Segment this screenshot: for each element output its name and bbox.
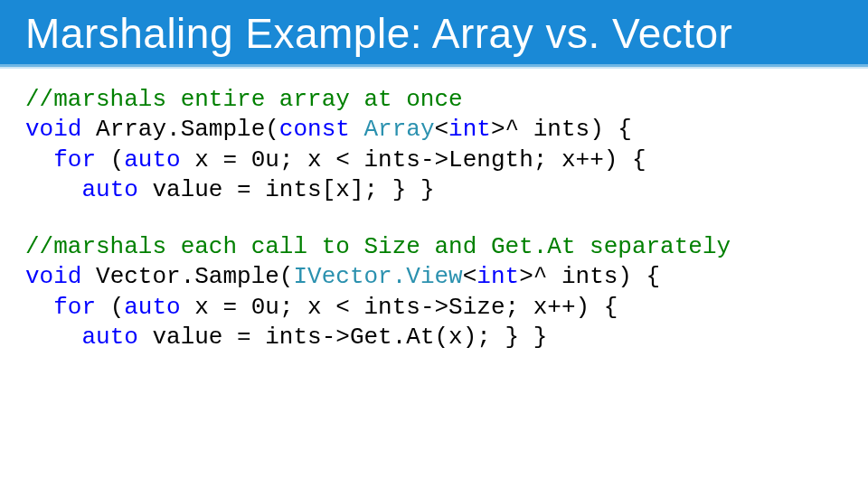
code-keyword: auto [124,146,180,174]
code-text: < [435,116,449,143]
code-text [350,116,364,143]
slide-root: Marshaling Example: Array vs. Vector //m… [0,0,868,488]
code-text: Vector.Sample( [81,263,293,290]
code-block-vector: //marshals each call to Size and Get.At … [25,232,843,352]
code-keyword: for [53,146,96,174]
code-comment: //marshals each call to Size and Get.At … [25,233,731,260]
title-bar: Marshaling Example: Array vs. Vector [0,0,868,69]
code-keyword: void [25,116,81,143]
code-keyword: auto [124,294,180,321]
code-block-array: //marshals entire array at once void Arr… [25,85,843,205]
code-type: Array [363,116,434,143]
code-keyword: auto [81,324,137,351]
code-keyword: int [476,263,519,290]
code-indent [25,294,53,321]
code-text: x = 0u; x < ints->Length; x++) { [181,146,646,174]
code-keyword: const [279,116,350,143]
code-text: ( [96,294,124,321]
code-text: < [463,263,477,290]
code-text: ( [96,146,124,174]
code-indent [25,146,53,174]
code-text: value = ints[x]; } } [138,176,435,203]
slide-content: //marshals entire array at once void Arr… [0,69,868,488]
code-keyword: int [448,116,491,143]
code-text: >^ ints) { [519,263,660,290]
slide-title: Marshaling Example: Array vs. Vector [25,9,843,58]
code-keyword: for [53,294,96,321]
code-comment: //marshals entire array at once [25,86,463,113]
code-text: value = ints->Get.At(x); } } [138,324,547,351]
code-text: >^ ints) { [491,116,632,143]
code-indent [25,176,81,203]
code-indent [25,324,81,351]
code-keyword: void [25,263,81,290]
code-keyword: auto [81,176,137,203]
code-text: Array.Sample( [81,116,278,143]
code-text: x = 0u; x < ints->Size; x++) { [181,294,618,321]
code-type: IVector.View [293,263,462,290]
